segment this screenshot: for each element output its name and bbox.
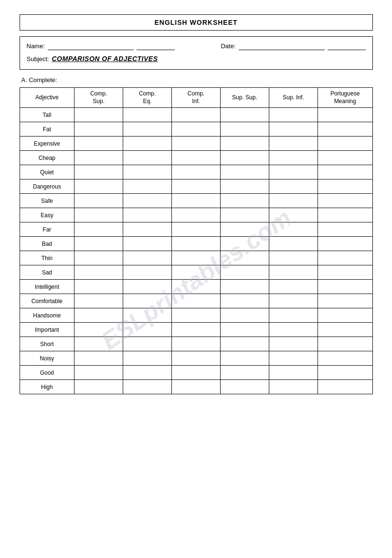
cell-empty[interactable] xyxy=(172,194,221,208)
cell-empty[interactable] xyxy=(172,151,221,165)
cell-empty[interactable] xyxy=(74,280,123,294)
cell-empty[interactable] xyxy=(318,122,372,137)
cell-empty[interactable] xyxy=(172,337,221,351)
cell-empty[interactable] xyxy=(220,351,269,366)
cell-empty[interactable] xyxy=(269,280,318,294)
cell-empty[interactable] xyxy=(220,366,269,380)
cell-empty[interactable] xyxy=(172,208,221,222)
cell-empty[interactable] xyxy=(269,222,318,237)
cell-empty[interactable] xyxy=(74,222,123,237)
cell-empty[interactable] xyxy=(318,137,372,151)
cell-empty[interactable] xyxy=(269,251,318,265)
cell-empty[interactable] xyxy=(172,165,221,179)
cell-empty[interactable] xyxy=(74,351,123,366)
cell-empty[interactable] xyxy=(74,108,123,122)
cell-empty[interactable] xyxy=(318,351,372,366)
cell-empty[interactable] xyxy=(220,280,269,294)
cell-empty[interactable] xyxy=(220,323,269,337)
cell-empty[interactable] xyxy=(74,208,123,222)
cell-empty[interactable] xyxy=(74,179,123,194)
cell-empty[interactable] xyxy=(220,265,269,280)
cell-empty[interactable] xyxy=(123,337,172,351)
cell-empty[interactable] xyxy=(318,280,372,294)
cell-empty[interactable] xyxy=(74,151,123,165)
cell-empty[interactable] xyxy=(123,280,172,294)
cell-empty[interactable] xyxy=(318,208,372,222)
cell-empty[interactable] xyxy=(172,351,221,366)
cell-empty[interactable] xyxy=(123,323,172,337)
cell-empty[interactable] xyxy=(220,308,269,323)
cell-empty[interactable] xyxy=(123,251,172,265)
cell-empty[interactable] xyxy=(74,194,123,208)
cell-empty[interactable] xyxy=(172,108,221,122)
cell-empty[interactable] xyxy=(74,308,123,323)
cell-empty[interactable] xyxy=(123,265,172,280)
cell-empty[interactable] xyxy=(172,237,221,251)
cell-empty[interactable] xyxy=(220,294,269,308)
cell-empty[interactable] xyxy=(220,208,269,222)
cell-empty[interactable] xyxy=(74,237,123,251)
cell-empty[interactable] xyxy=(123,137,172,151)
cell-empty[interactable] xyxy=(172,323,221,337)
cell-empty[interactable] xyxy=(123,294,172,308)
cell-empty[interactable] xyxy=(74,337,123,351)
cell-empty[interactable] xyxy=(74,265,123,280)
cell-empty[interactable] xyxy=(123,208,172,222)
cell-empty[interactable] xyxy=(74,380,123,394)
cell-empty[interactable] xyxy=(123,165,172,179)
cell-empty[interactable] xyxy=(220,251,269,265)
cell-empty[interactable] xyxy=(172,251,221,265)
cell-empty[interactable] xyxy=(269,208,318,222)
cell-empty[interactable] xyxy=(269,165,318,179)
cell-empty[interactable] xyxy=(318,179,372,194)
cell-empty[interactable] xyxy=(172,179,221,194)
cell-empty[interactable] xyxy=(318,251,372,265)
cell-empty[interactable] xyxy=(123,351,172,366)
cell-empty[interactable] xyxy=(269,337,318,351)
cell-empty[interactable] xyxy=(74,137,123,151)
cell-empty[interactable] xyxy=(269,108,318,122)
cell-empty[interactable] xyxy=(123,179,172,194)
cell-empty[interactable] xyxy=(318,366,372,380)
cell-empty[interactable] xyxy=(318,323,372,337)
cell-empty[interactable] xyxy=(269,308,318,323)
cell-empty[interactable] xyxy=(123,151,172,165)
cell-empty[interactable] xyxy=(123,194,172,208)
cell-empty[interactable] xyxy=(269,137,318,151)
cell-empty[interactable] xyxy=(269,366,318,380)
cell-empty[interactable] xyxy=(74,165,123,179)
cell-empty[interactable] xyxy=(318,380,372,394)
cell-empty[interactable] xyxy=(269,294,318,308)
cell-empty[interactable] xyxy=(318,265,372,280)
cell-empty[interactable] xyxy=(172,265,221,280)
cell-empty[interactable] xyxy=(74,323,123,337)
cell-empty[interactable] xyxy=(269,351,318,366)
cell-empty[interactable] xyxy=(172,280,221,294)
cell-empty[interactable] xyxy=(220,237,269,251)
cell-empty[interactable] xyxy=(172,366,221,380)
cell-empty[interactable] xyxy=(123,222,172,237)
cell-empty[interactable] xyxy=(123,380,172,394)
cell-empty[interactable] xyxy=(74,122,123,137)
cell-empty[interactable] xyxy=(220,151,269,165)
cell-empty[interactable] xyxy=(220,179,269,194)
cell-empty[interactable] xyxy=(318,194,372,208)
cell-empty[interactable] xyxy=(269,151,318,165)
cell-empty[interactable] xyxy=(220,222,269,237)
cell-empty[interactable] xyxy=(220,122,269,137)
cell-empty[interactable] xyxy=(220,108,269,122)
cell-empty[interactable] xyxy=(123,366,172,380)
cell-empty[interactable] xyxy=(123,108,172,122)
cell-empty[interactable] xyxy=(74,294,123,308)
cell-empty[interactable] xyxy=(269,323,318,337)
cell-empty[interactable] xyxy=(123,237,172,251)
cell-empty[interactable] xyxy=(172,294,221,308)
cell-empty[interactable] xyxy=(74,366,123,380)
cell-empty[interactable] xyxy=(269,237,318,251)
cell-empty[interactable] xyxy=(74,251,123,265)
cell-empty[interactable] xyxy=(123,308,172,323)
cell-empty[interactable] xyxy=(318,308,372,323)
cell-empty[interactable] xyxy=(220,137,269,151)
cell-empty[interactable] xyxy=(172,137,221,151)
cell-empty[interactable] xyxy=(269,194,318,208)
